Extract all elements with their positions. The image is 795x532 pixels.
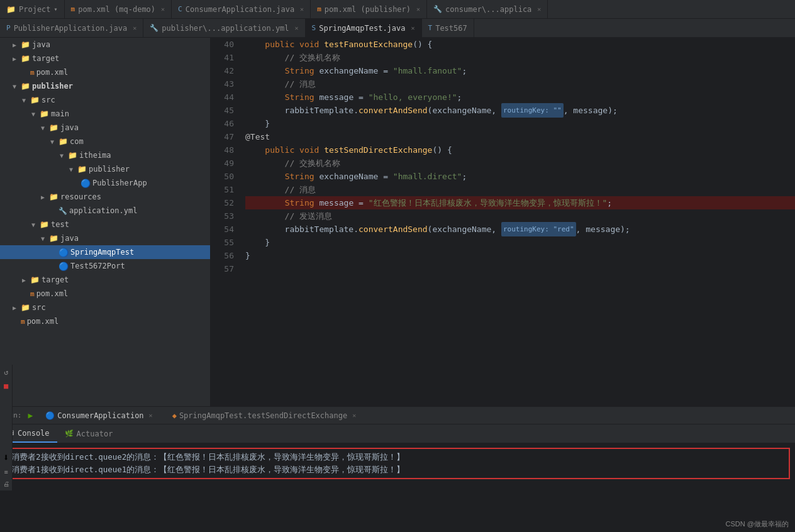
left-tool-strip: ↺ ■ ⬇ ≡ 🖨 (0, 365, 13, 490)
actuator-tab[interactable]: 🌿 Actuator (57, 424, 121, 443)
chevron-down-icon: ▼ (31, 221, 38, 228)
tab-close-icon[interactable]: ✕ (416, 6, 420, 13)
second-tab-bar: P PublisherApplication.java ✕ 🔧 publishe… (0, 19, 795, 38)
folder-icon: 📁 (58, 137, 68, 146)
tab-close-icon[interactable]: ✕ (300, 6, 304, 13)
sidebar-item-test[interactable]: ▼ 📁 test (0, 218, 210, 231)
code-line-48: public void testSendDirectExchange() { (245, 143, 795, 157)
console-message-2: 消费者1接收到direct.queue1的消息：【红色警报！日本乱排核废水，导致… (11, 463, 784, 476)
sidebar-item-src2[interactable]: ▶ 📁 src (0, 301, 210, 314)
chevron-right-icon: ▶ (22, 277, 28, 284)
folder-icon: 📁 (49, 192, 58, 201)
sidebar-item-main[interactable]: ▼ 📁 main (0, 107, 210, 121)
console-messages-box: 消费者2接收到direct.queue2的消息：【红色警报！日本乱排核废水，导致… (5, 448, 790, 479)
java-icon: C (178, 5, 182, 13)
chevron-down-icon: ▶ (13, 42, 19, 48)
tab-close-icon[interactable]: ✕ (149, 412, 153, 419)
run-bar: Run: ▶ 🔵 ConsumerApplication ✕ ◆ SpringA… (0, 407, 795, 424)
sidebar-item-itheima[interactable]: ▼ 📁 itheima (0, 148, 210, 162)
tab-pom-publisher[interactable]: m pom.xml (publisher) ✕ (311, 0, 427, 18)
xml-icon: m (317, 5, 321, 13)
folder-icon: 📁 (68, 151, 77, 160)
chevron-down-icon: ▼ (69, 166, 75, 173)
code-line-47: @Test (245, 130, 795, 143)
top-tab-bar: 📁 Project ▾ m pom.xml (mq-demo) ✕ C Cons… (0, 0, 795, 19)
xml-file-icon: m (30, 290, 35, 298)
java-file-icon: 🔵 (58, 248, 69, 257)
code-line-50: String exchangeName = "hmall.direct"; (245, 170, 795, 183)
code-line-43: // 消息 (245, 77, 795, 91)
folder-icon: 📁 (21, 54, 30, 63)
chevron-down-icon: ▼ (22, 97, 28, 104)
scroll-end-icon[interactable]: ⬇ (3, 452, 9, 463)
line-numbers: 40 41 42 43 44 45 46 47 48 49 50 51 52 5… (211, 38, 239, 275)
yaml-icon: 🔧 (433, 5, 442, 13)
chevron-down-icon: ▼ (41, 125, 47, 131)
tab-pom-mqdemo[interactable]: m pom.xml (mq-demo) ✕ (65, 0, 172, 18)
run-tab-consumer[interactable]: 🔵 ConsumerApplication ✕ (39, 411, 159, 420)
xml-file-icon: m (30, 69, 35, 77)
folder-icon: 📁 (21, 40, 30, 49)
sidebar-item-springamqptest[interactable]: ▶ 🔵 SpringAmqpTest (0, 245, 210, 259)
bottom-panel: Run: ▶ 🔵 ConsumerApplication ✕ ◆ SpringA… (0, 406, 795, 532)
code-editor[interactable]: 40 41 42 43 44 45 46 47 48 49 50 51 52 5… (211, 38, 795, 406)
chevron-right-icon: ▶ (13, 304, 19, 311)
console-output: 消费者2接收到direct.queue2的消息：【红色警报！日本乱排核废水，导致… (0, 443, 795, 532)
tab-test5672[interactable]: T Test567 (422, 19, 474, 37)
tab-close-icon[interactable]: ✕ (411, 25, 415, 31)
consumer-run-icon: 🔵 (45, 411, 55, 420)
java-icon: S (312, 24, 316, 32)
code-content[interactable]: public void testFanoutExchange() { // 交换… (239, 38, 795, 406)
tab-consumer-app[interactable]: C ConsumerApplication.java ✕ (172, 0, 311, 18)
fold-icon[interactable]: ≡ (4, 468, 8, 475)
sidebar-item-test5672[interactable]: ▶ 🔵 Test5672Port (0, 259, 210, 273)
sidebar-item-resources[interactable]: ▶ 📁 resources (0, 190, 210, 204)
tab-close-icon[interactable]: ✕ (295, 25, 299, 31)
sidebar-item-src[interactable]: ▼ 📁 src (0, 93, 210, 107)
tab-publisher-app[interactable]: P PublisherApplication.java ✕ (0, 19, 143, 37)
tab-publisher-yml[interactable]: 🔧 publisher\...application.yml ✕ (143, 19, 305, 37)
sidebar-item-java3[interactable]: ▼ 📁 java (0, 231, 210, 245)
sidebar-item-publisher2[interactable]: ▼ 📁 publisher (0, 162, 210, 176)
tab-close-icon[interactable]: ✕ (352, 412, 356, 419)
yaml-icon: 🔧 (150, 24, 158, 32)
actuator-icon: 🌿 (65, 429, 74, 438)
stop-icon[interactable]: ■ (4, 382, 8, 391)
chevron-down-icon: ▼ (50, 138, 57, 145)
code-line-44: String message = "hello, everyone!"; (245, 91, 795, 104)
code-line-52: String message = "红色警报！日本乱排核废水，导致海洋生物变异，… (245, 196, 795, 209)
sidebar-item-java2[interactable]: ▼ 📁 java (0, 121, 210, 135)
tab-close-icon[interactable]: ✕ (161, 6, 165, 13)
sidebar-item-com[interactable]: ▼ 📁 com (0, 135, 210, 148)
diamond-icon: ◆ (172, 411, 177, 420)
folder-icon: 📁 (49, 123, 58, 132)
run-tab-springamqp[interactable]: ◆ SpringAmqpTest.testSendDirectExchange … (166, 411, 364, 420)
chevron-down-icon: ▼ (60, 152, 66, 159)
sidebar-item-pom3[interactable]: ▶ m pom.xml (0, 314, 210, 328)
console-tabs-bar: 🖥 Console 🌿 Actuator (0, 424, 795, 443)
java-file-icon: 🔵 (81, 179, 91, 188)
print-icon[interactable]: 🖨 (3, 480, 9, 487)
console-message-1: 消费者2接收到direct.queue2的消息：【红色警报！日本乱排核废水，导致… (11, 451, 784, 463)
watermark: CSDN @做最幸福的 (726, 519, 789, 529)
rerun-icon[interactable]: ↺ (4, 368, 8, 377)
sidebar-item-appyml[interactable]: ▶ 🔧 application.yml (0, 204, 210, 218)
code-line-46: } (245, 117, 795, 130)
tab-close-icon[interactable]: ✕ (133, 25, 136, 31)
folder-icon: 📁 (40, 109, 49, 118)
chevron-down-icon: ▼ (41, 235, 47, 242)
sidebar-item-pom2[interactable]: ▶ m pom.xml (0, 287, 210, 301)
chevron-down-icon: ▼ (31, 111, 38, 118)
tab-consumer-applica[interactable]: 🔧 consumer\...applica ✕ (427, 0, 548, 18)
sidebar-item-publisher[interactable]: ▼ 📁 publisher (0, 79, 210, 93)
code-line-51: 💡 // 消息 (245, 183, 795, 196)
tab-springamqp-test[interactable]: S SpringAmqpTest.java ✕ (306, 19, 422, 37)
sidebar-item-publisherapp[interactable]: ▶ 🔵 PublisherApp (0, 176, 210, 190)
sidebar-item-target2[interactable]: ▶ 📁 target (0, 273, 210, 287)
tab-close-icon[interactable]: ✕ (537, 6, 541, 13)
project-button[interactable]: 📁 Project ▾ (0, 0, 65, 18)
main-area: ▶ 📁 java ▶ 📁 target ▶ m pom.xml ▼ 📁 publ… (0, 38, 795, 406)
sidebar-item-pom[interactable]: ▶ m pom.xml (0, 65, 210, 79)
sidebar-item-java[interactable]: ▶ 📁 java (0, 38, 210, 52)
sidebar-item-target[interactable]: ▶ 📁 target (0, 52, 210, 65)
